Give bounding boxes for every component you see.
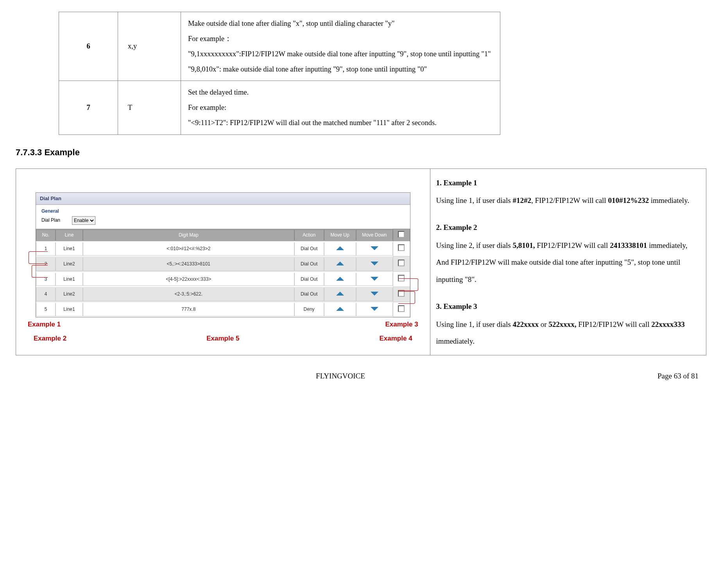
grid-body: 1 Line1 <:010>#12<#:%23>2 Dial Out 2 Lin… — [36, 241, 410, 317]
cell-line: Line1 — [56, 242, 83, 256]
move-down-button[interactable] — [356, 258, 393, 271]
seq-description: Set the delayed time. For example: "<9:1… — [181, 81, 500, 135]
row-checkbox-cell — [393, 302, 410, 317]
row-checkbox[interactable] — [398, 244, 405, 251]
table-row: 1 Line1 <:010>#12<#:%23>2 Dial Out — [36, 241, 410, 256]
col-move-down: Move Down — [356, 229, 393, 240]
chevron-down-icon — [371, 292, 378, 296]
callout-example-4: Example 4 — [379, 334, 412, 343]
table-row: 3 Line1 <[4-5]:>22xxxx<:333> Dial Out — [36, 272, 410, 287]
callout-example-3: Example 3 — [385, 320, 418, 329]
chevron-down-icon — [371, 262, 378, 265]
row-checkbox-cell — [393, 256, 410, 272]
chevron-up-icon — [336, 246, 344, 250]
chevron-up-icon — [336, 277, 344, 281]
footer-page: Page 63 of 81 — [658, 371, 699, 382]
cell-line: Line1 — [56, 303, 83, 316]
table-row: 6 x,y Make outside dial tone after diali… — [59, 12, 500, 81]
seq-number: 7 — [59, 81, 118, 135]
move-down-button[interactable] — [356, 303, 393, 316]
screenshot-cell: Dial Plan General Dial Plan Enable No. L… — [16, 169, 430, 355]
general-label: General — [36, 205, 410, 215]
example-3-text: Using line 1, if user dials 422xxxx or 5… — [436, 316, 700, 350]
cell-line: Line2 — [56, 288, 83, 301]
example-1-heading: 1. Example 1 — [436, 174, 700, 192]
select-all-checkbox[interactable] — [398, 231, 405, 238]
page-footer: FLYINGVOICE Page 63 of 81 — [16, 355, 706, 382]
cell-line: Line1 — [56, 273, 83, 286]
move-up-button[interactable] — [324, 242, 356, 256]
cell-map: <[4-5]:>22xxxx<:333> — [83, 273, 294, 286]
dial-plan-label: Dial Plan — [41, 217, 60, 224]
seq-symbol: T — [118, 81, 181, 135]
example-1-text: Using line 1, if user dials #12#2, FIP12… — [436, 192, 700, 209]
grid-header: No. Line Digit Map Action Move Up Move D… — [36, 229, 410, 242]
cell-action: Dial Out — [294, 242, 324, 256]
col-line: Line — [56, 229, 83, 240]
cell-map: <2-3,:5:>622. — [83, 288, 294, 301]
table-row: 7 T Set the delayed time. For example: "… — [59, 81, 500, 135]
chevron-up-icon — [336, 307, 344, 311]
chevron-down-icon — [371, 246, 378, 250]
dial-sequence-table: 6 x,y Make outside dial tone after diali… — [59, 12, 500, 135]
table-row: 4 Line2 <2-3,:5:>622. Dial Out — [36, 287, 410, 302]
move-down-button[interactable] — [356, 273, 393, 286]
chevron-down-icon — [371, 307, 378, 311]
chevron-up-icon — [336, 292, 344, 296]
footer-brand: FLYINGVOICE — [23, 371, 658, 382]
example-text-cell: 1. Example 1 Using line 1, if user dials… — [430, 169, 706, 355]
col-checkbox — [393, 229, 410, 242]
col-digit-map: Digit Map — [83, 229, 294, 240]
chevron-down-icon — [371, 277, 378, 281]
callout-row: Example 2 Example 5 Example 4 — [24, 334, 422, 343]
cell-line: Line2 — [56, 258, 83, 271]
move-down-button[interactable] — [356, 242, 393, 256]
cell-map: <5,:><:241333>8101 — [83, 258, 294, 271]
dial-plan-setting-row: Dial Plan Enable — [36, 215, 410, 229]
move-up-button[interactable] — [324, 273, 356, 286]
move-down-button[interactable] — [356, 288, 393, 301]
row-checkbox[interactable] — [398, 260, 405, 266]
example-descriptions: 1. Example 1 Using line 1, if user dials… — [436, 173, 700, 350]
row-checkbox[interactable] — [398, 305, 405, 312]
callout-example-5: Example 5 — [66, 334, 379, 343]
dial-plan-enable-select[interactable]: Enable — [72, 216, 95, 225]
move-up-button[interactable] — [324, 258, 356, 271]
table-row: 2 Line2 <5,:><:241333>8101 Dial Out — [36, 256, 410, 272]
move-up-button[interactable] — [324, 303, 356, 316]
row-checkbox-cell — [393, 241, 410, 256]
cell-no: 5 — [36, 303, 56, 316]
cell-action: Deny — [294, 303, 324, 316]
seq-symbol: x,y — [118, 12, 181, 81]
cell-map: 777x.8 — [83, 303, 294, 316]
cell-action: Dial Out — [294, 258, 324, 271]
move-up-button[interactable] — [324, 288, 356, 301]
example-2-text: Using line 2, if user dials 5,8101, FIP1… — [436, 237, 700, 254]
chevron-up-icon — [336, 262, 344, 265]
example-table: Dial Plan General Dial Plan Enable No. L… — [16, 169, 706, 355]
example-2-heading: 2. Example 2 — [436, 219, 700, 236]
seq-description: Make outside dial tone after dialing "x"… — [181, 12, 500, 81]
cell-action: Dial Out — [294, 288, 324, 301]
callout-example-2: Example 2 — [34, 334, 66, 343]
col-no: No. — [36, 229, 56, 240]
col-action: Action — [294, 229, 324, 240]
section-heading: 7.7.3.3 Example — [16, 147, 706, 159]
table-row: 5 Line1 777x.8 Deny — [36, 302, 410, 317]
cell-action: Dial Out — [294, 273, 324, 286]
cell-no: 4 — [36, 288, 56, 301]
example-2-text-2: And FIP12/FIP12W will make outside dial … — [436, 254, 700, 288]
cell-map: <:010>#12<#:%23>2 — [83, 242, 294, 256]
dial-plan-panel: Dial Plan General Dial Plan Enable No. L… — [36, 192, 410, 318]
panel-title: Dial Plan — [36, 193, 410, 205]
callout-example-1: Example 1 — [28, 320, 61, 329]
seq-number: 6 — [59, 12, 118, 81]
col-move-up: Move Up — [324, 229, 356, 240]
callout-row: Example 1 Example 3 — [24, 320, 422, 329]
example-3-heading: 3. Example 3 — [436, 298, 700, 315]
